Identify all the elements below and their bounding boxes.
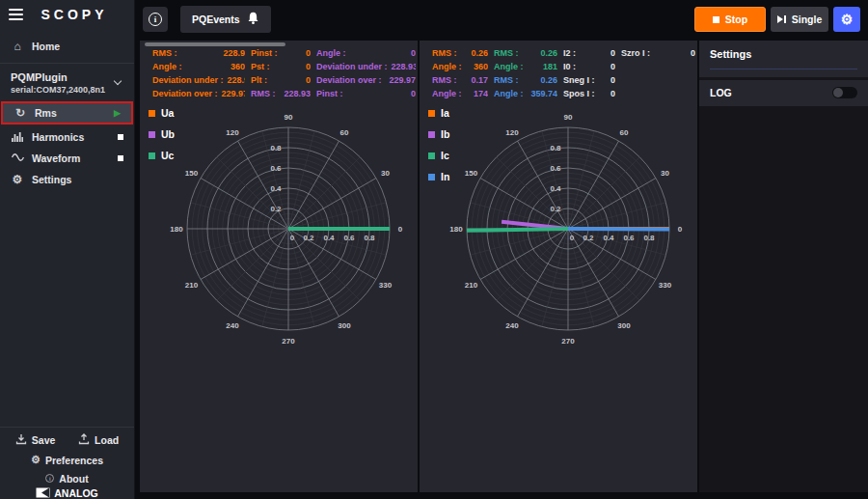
preferences-label: Preferences xyxy=(45,455,103,466)
voltage-polar-svg[interactable]: 030609012015018021024027030033000.20.20.… xyxy=(166,106,411,351)
bell-icon xyxy=(247,12,259,27)
sidebar-item-waveform[interactable]: Waveform xyxy=(0,148,134,169)
stats-cell: Plt :0 xyxy=(251,75,311,85)
angle-tick-label: 240 xyxy=(505,321,519,330)
legend-swatch-icon xyxy=(428,152,435,159)
stats-cell: Pinst :0 xyxy=(251,48,311,58)
angle-tick-label: 120 xyxy=(505,128,519,137)
single-label: Single xyxy=(792,14,823,25)
about-button[interactable]: i About xyxy=(0,469,134,487)
info-button[interactable]: i xyxy=(143,7,168,32)
settings-label: Settings xyxy=(32,174,71,185)
log-label: LOG xyxy=(710,87,732,98)
stats-cell: Angle :0 xyxy=(316,48,416,58)
stats-cell: Deviation under :228.93 xyxy=(316,62,416,71)
tab-pqevents[interactable]: PQEvents xyxy=(180,6,271,33)
stats-cell: I2 :0 xyxy=(563,48,615,58)
stopped-indicator-icon[interactable] xyxy=(118,155,123,161)
legend-item-Uc[interactable]: Uc xyxy=(149,145,175,166)
legend-swatch-icon xyxy=(428,110,435,117)
angle-tick-label: 60 xyxy=(340,128,349,137)
angle-tick-label: 240 xyxy=(226,321,239,330)
stats-row: RMS :0.26RMS :0.26I2 :0Szro I :0 xyxy=(432,48,695,58)
stats-horizontal-scrollbar[interactable] xyxy=(145,42,285,46)
stats-row: Angle :174Angle :359.74Spos I :0 xyxy=(432,89,695,98)
angle-tick-label: 210 xyxy=(185,281,199,290)
sidebar-footer: Save Load ⚙ Preferences i About ANALOG xyxy=(0,427,134,499)
home-label: Home xyxy=(32,41,60,52)
voltage-panel: RMS :228.9Pinst :0Angle :0Angle :360Pst … xyxy=(140,41,418,492)
save-label: Save xyxy=(32,434,56,446)
angle-tick-label: 30 xyxy=(661,169,669,178)
stats-cell: Pinst :0 xyxy=(316,89,416,98)
harmonics-label: Harmonics xyxy=(32,131,84,143)
angle-tick-label: 270 xyxy=(282,337,295,346)
info-icon: i xyxy=(149,13,162,26)
radial-tick-label: 0.2 xyxy=(303,234,314,242)
settings-title: Settings xyxy=(710,48,857,69)
angle-tick-label: 120 xyxy=(226,128,239,137)
stop-button[interactable]: Stop xyxy=(694,7,766,32)
hamburger-menu-icon[interactable] xyxy=(9,9,23,20)
preferences-button[interactable]: ⚙ Preferences xyxy=(0,451,134,469)
radial-tick-label: 0 xyxy=(570,234,575,242)
phasor-Ic xyxy=(467,229,568,231)
legend-item-Ub[interactable]: Ub xyxy=(149,124,175,145)
single-button[interactable]: Single xyxy=(771,7,828,32)
legend-label: Ia xyxy=(441,107,449,119)
stats-cell xyxy=(621,89,695,98)
current-polar-svg[interactable]: 030609012015018021024027030033000.20.20.… xyxy=(446,106,691,351)
sidebar-item-rms[interactable]: ↻ Rms ▶ xyxy=(1,101,133,125)
load-button[interactable]: Load xyxy=(78,433,119,447)
legend-label: Ua xyxy=(161,107,174,119)
stopped-indicator-icon[interactable] xyxy=(118,134,123,140)
log-toggle[interactable] xyxy=(832,87,857,98)
legend-item-Ua[interactable]: Ua xyxy=(149,102,175,124)
sidebar-header: SCOPY xyxy=(0,0,134,29)
run-indicator-icon[interactable]: ▶ xyxy=(114,108,121,118)
stats-cell: RMS :0.26 xyxy=(494,48,557,58)
log-card: LOG xyxy=(699,80,868,106)
radial-tick-label: 0.6 xyxy=(270,164,282,173)
legend-item-In[interactable]: In xyxy=(428,166,449,187)
radial-tick-label: 0.2 xyxy=(550,205,561,213)
sidebar-item-harmonics[interactable]: Harmonics xyxy=(0,126,134,148)
radial-tick-label: 0 xyxy=(290,234,295,242)
adi-logo-icon xyxy=(36,487,50,499)
radial-tick-label: 0.6 xyxy=(343,234,355,242)
plugin-serial: serial:COM37,2400,8n1 xyxy=(11,85,123,95)
sidebar-item-settings[interactable]: ⚙ Settings xyxy=(0,169,134,190)
settings-gear-button[interactable]: ⚙ xyxy=(833,7,860,32)
legend-item-Ia[interactable]: Ia xyxy=(428,102,449,124)
legend-item-Ic[interactable]: Ic xyxy=(428,145,449,166)
angle-tick-label: 30 xyxy=(381,169,390,178)
stats-row: Deviation over :229.97RMS :228.93Pinst :… xyxy=(152,89,416,98)
sidebar-divider xyxy=(0,63,134,64)
voltage-legend: UaUbUc xyxy=(149,102,175,166)
stats-cell: RMS :228.93 xyxy=(251,89,311,98)
current-legend: IaIbIcIn xyxy=(428,102,449,187)
angle-tick-label: 0 xyxy=(678,225,683,234)
radial-tick-label: 0.4 xyxy=(270,184,282,193)
stats-cell: Sneg I :0 xyxy=(563,75,615,85)
current-polar-chart[interactable]: 030609012015018021024027030033000.20.20.… xyxy=(446,106,691,353)
voltage-polar-chart[interactable]: 030609012015018021024027030033000.20.20.… xyxy=(166,106,411,353)
stats-cell: RMS :0.26 xyxy=(432,48,488,58)
stats-row: Deviation under :228.9Plt :0Deviation ov… xyxy=(152,75,416,85)
load-label: Load xyxy=(95,434,119,446)
sidebar-item-home[interactable]: ⌂ Home xyxy=(0,35,134,58)
pqevents-label: PQEvents xyxy=(192,14,240,25)
settings-panel: Settings LOG xyxy=(699,41,868,492)
stats-cell: Spos I :0 xyxy=(563,89,615,98)
angle-tick-label: 90 xyxy=(285,113,293,122)
waveform-sine-icon xyxy=(11,152,24,164)
save-button[interactable]: Save xyxy=(15,433,56,447)
radial-tick-label: 0.8 xyxy=(270,144,282,152)
legend-item-Ib[interactable]: Ib xyxy=(428,124,449,145)
stats-cell: RMS :0.26 xyxy=(494,75,557,85)
gear-icon: ⚙ xyxy=(31,454,41,466)
load-icon xyxy=(78,433,90,447)
plugin-header-pqm[interactable]: PQMPlugin serial:COM37,2400,8n1 xyxy=(0,69,134,99)
angle-tick-label: 150 xyxy=(185,169,199,178)
stats-cell: Deviation over :229.97 xyxy=(316,75,416,85)
